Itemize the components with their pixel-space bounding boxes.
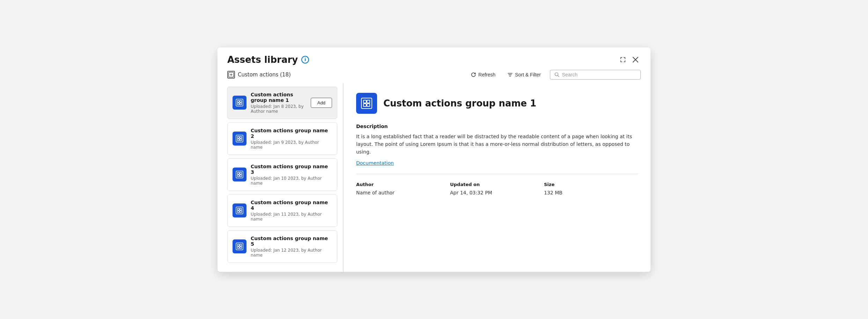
description-text: It is a long established fact that a rea…: [356, 133, 638, 156]
list-item-name: Custom actions group name 3: [251, 164, 332, 175]
list-item-icon: [233, 203, 247, 217]
list-item[interactable]: Custom actions group name 2 Uploaded: Ja…: [227, 123, 337, 155]
svg-rect-21: [240, 211, 242, 213]
svg-rect-27: [361, 98, 372, 109]
detail-header: Custom actions group name 1: [356, 93, 638, 114]
sort-filter-button[interactable]: Sort & Filter: [505, 70, 544, 79]
refresh-button[interactable]: Refresh: [468, 70, 498, 79]
svg-rect-15: [237, 175, 239, 177]
documentation-link[interactable]: Documentation: [356, 160, 394, 166]
svg-rect-31: [367, 104, 370, 106]
svg-rect-11: [240, 139, 242, 141]
modal-title-area: Assets library i: [227, 54, 309, 65]
sort-filter-label: Sort & Filter: [515, 72, 541, 77]
list-item-name: Custom actions group name 2: [251, 128, 332, 139]
svg-rect-22: [236, 243, 243, 250]
author-label: Author: [356, 182, 450, 187]
list-panel: Custom actions group name 1 Uploaded: Ja…: [218, 83, 343, 272]
list-item-icon: [233, 239, 247, 253]
custom-actions-icon: [227, 71, 235, 79]
description-label: Description: [356, 124, 638, 129]
svg-rect-26: [240, 247, 242, 248]
svg-rect-10: [237, 139, 239, 141]
toolbar-left: Custom actions (18): [227, 71, 291, 79]
svg-rect-14: [240, 172, 242, 174]
list-item-icon: [233, 132, 247, 146]
search-icon: [554, 72, 559, 77]
size-label: Size: [544, 182, 638, 187]
list-item-name: Custom actions group name 5: [251, 236, 332, 247]
expand-button[interactable]: [618, 54, 628, 65]
svg-rect-16: [240, 175, 242, 177]
section-label: Custom actions (18): [238, 72, 291, 78]
list-item-text: Custom actions group name 1 Uploaded: Ja…: [251, 92, 307, 114]
detail-title: Custom actions group name 1: [383, 98, 536, 109]
svg-rect-28: [363, 100, 366, 103]
main-content: Custom actions group name 1 Uploaded: Ja…: [218, 83, 650, 272]
modal-controls: [618, 54, 641, 65]
updated-label: Updated on: [450, 182, 544, 187]
toolbar-right: Refresh Sort & Filter: [468, 70, 641, 80]
updated-value: Apr 14, 03:32 PM: [450, 190, 544, 195]
list-item-meta: Uploaded: Jan 11 2023, by Author name: [251, 212, 332, 222]
svg-rect-25: [237, 247, 239, 248]
detail-divider: [356, 174, 638, 174]
svg-rect-20: [237, 211, 239, 213]
svg-rect-9: [240, 136, 242, 138]
svg-rect-2: [236, 99, 243, 106]
svg-rect-29: [367, 100, 370, 103]
svg-rect-30: [363, 104, 366, 106]
svg-rect-5: [237, 103, 239, 105]
svg-rect-3: [237, 101, 239, 102]
list-item-icon: [233, 168, 247, 181]
list-item-name: Custom actions group name 1: [251, 92, 307, 103]
svg-rect-17: [236, 207, 243, 214]
svg-rect-8: [237, 136, 239, 138]
list-item-icon: [233, 96, 247, 110]
author-value: Name of author: [356, 190, 450, 195]
svg-rect-13: [237, 172, 239, 174]
list-item-meta: Uploaded: Jan 10 2023, by Author name: [251, 176, 332, 186]
list-item-name: Custom actions group name 4: [251, 200, 332, 211]
close-button[interactable]: [630, 54, 641, 65]
list-item-meta: Uploaded: Jan 8 2023, by Author name: [251, 104, 307, 114]
detail-icon: [356, 93, 377, 114]
list-item[interactable]: Custom actions group name 1 Uploaded: Ja…: [227, 87, 337, 119]
list-item-meta: Uploaded: Jan 9 2023, by Author name: [251, 140, 332, 150]
svg-rect-18: [237, 208, 239, 210]
svg-rect-6: [240, 103, 242, 105]
assets-library-modal: Assets library i C: [218, 47, 650, 272]
search-box[interactable]: [550, 70, 641, 80]
refresh-label: Refresh: [478, 72, 495, 77]
toolbar: Custom actions (18) Refresh Sort & Filte…: [218, 65, 650, 83]
svg-rect-24: [240, 244, 242, 246]
updated-col: Updated on Apr 14, 03:32 PM: [450, 182, 544, 195]
size-value: 132 MB: [544, 190, 638, 195]
list-item-text: Custom actions group name 3 Uploaded: Ja…: [251, 164, 332, 186]
search-input[interactable]: [562, 72, 636, 77]
svg-rect-7: [236, 135, 243, 142]
list-item[interactable]: Custom actions group name 5 Uploaded: Ja…: [227, 230, 337, 263]
svg-rect-23: [237, 244, 239, 246]
svg-rect-4: [240, 101, 242, 102]
list-item[interactable]: Custom actions group name 4 Uploaded: Ja…: [227, 194, 337, 227]
list-item[interactable]: Custom actions group name 3 Uploaded: Ja…: [227, 158, 337, 191]
size-col: Size 132 MB: [544, 182, 638, 195]
detail-meta-grid: Author Name of author Updated on Apr 14,…: [356, 182, 638, 195]
add-button[interactable]: Add: [311, 98, 332, 108]
svg-rect-19: [240, 208, 242, 210]
modal-header: Assets library i: [218, 47, 650, 65]
info-icon[interactable]: i: [301, 56, 309, 64]
author-col: Author Name of author: [356, 182, 450, 195]
list-item-text: Custom actions group name 5 Uploaded: Ja…: [251, 236, 332, 258]
modal-title: Assets library: [227, 54, 298, 65]
detail-panel: Custom actions group name 1 Description …: [344, 83, 650, 272]
svg-rect-12: [236, 171, 243, 178]
list-item-meta: Uploaded: Jan 12 2023, by Author name: [251, 248, 332, 258]
list-item-text: Custom actions group name 2 Uploaded: Ja…: [251, 128, 332, 150]
list-item-text: Custom actions group name 4 Uploaded: Ja…: [251, 200, 332, 222]
